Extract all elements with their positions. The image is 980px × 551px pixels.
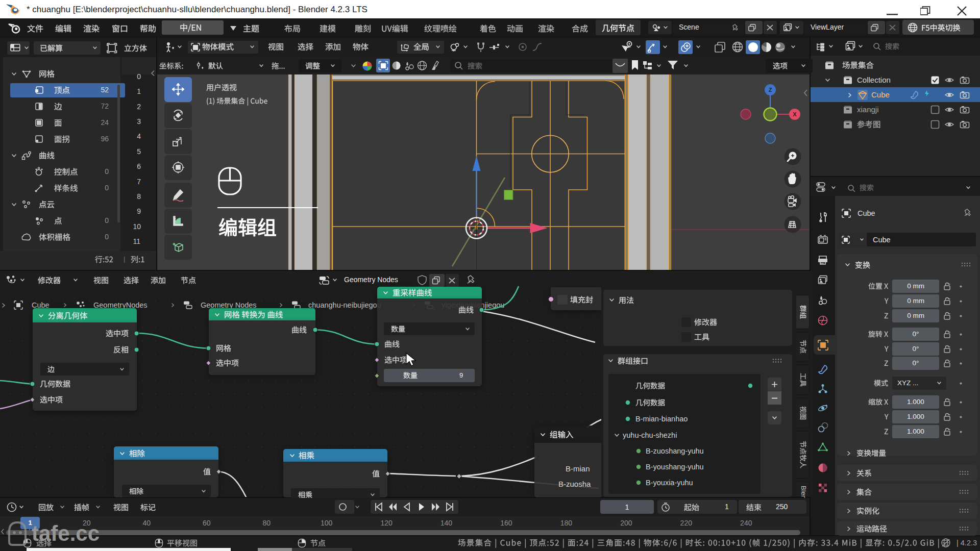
svg-text:Z: Z bbox=[769, 87, 772, 93]
svg-text:X: X bbox=[793, 111, 797, 117]
